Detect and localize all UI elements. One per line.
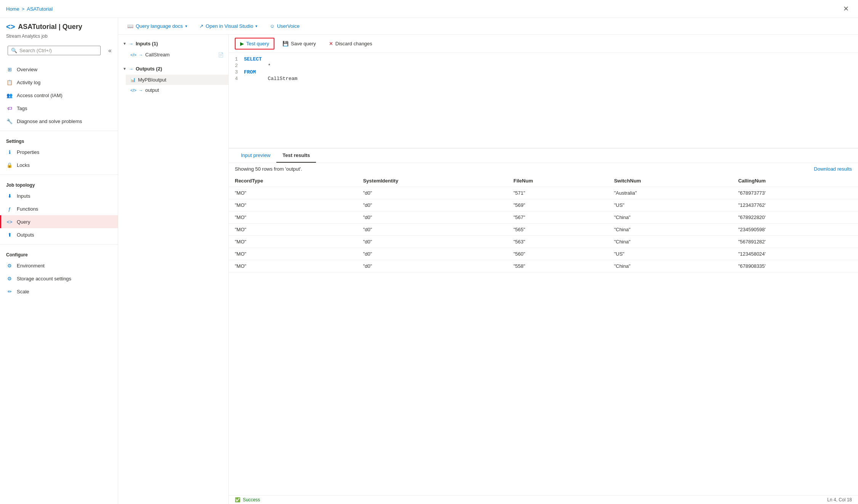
file-icon: 📄 <box>218 52 224 58</box>
discard-changes-button[interactable]: ✕ Discard changes <box>324 38 377 49</box>
tree-item-output[interactable]: </> → output <box>126 85 228 95</box>
col-record-type: RecordType <box>229 175 357 187</box>
results-table: RecordType SystemIdentity FileNum Switch… <box>229 175 858 272</box>
cursor-position: Ln 4, Col 18 <box>827 497 852 502</box>
sidebar-item-properties[interactable]: ℹ Properties <box>0 146 118 158</box>
sidebar-item-locks[interactable]: 🔒 Locks <box>0 158 118 171</box>
tab-input-preview[interactable]: Input preview <box>235 149 276 163</box>
sidebar-item-tags[interactable]: 🏷 Tags <box>0 102 118 115</box>
code-line-1: 1 SELECT <box>229 56 858 62</box>
success-icon: ✅ <box>235 497 241 502</box>
inputs-tree-section[interactable]: ▼ → Inputs (1) <box>118 38 228 50</box>
table-row: "MO""d0""565""China""234590598' <box>229 224 858 236</box>
tree-item-mypbloutput[interactable]: 📊 MyPBIoutput <box>126 75 228 85</box>
chevron-down-icon: ▾ <box>185 24 187 28</box>
input-source-icon: → <box>139 53 143 57</box>
smile-icon: ☺ <box>269 23 274 29</box>
sidebar-item-overview[interactable]: ⊞ Overview <box>0 63 118 76</box>
table-row: "MO""d0""569""US""123437762' <box>229 199 858 211</box>
search-input[interactable] <box>19 48 97 53</box>
expand-outputs-icon: ▼ <box>123 67 127 71</box>
output-source-icon: → <box>139 88 143 93</box>
play-icon: ▶ <box>240 41 244 46</box>
output-icon: ⬆ <box>6 231 13 238</box>
test-query-button[interactable]: ▶ Test query <box>235 38 274 50</box>
env-icon: ⚙ <box>6 262 13 269</box>
sidebar-item-storage-account-settings[interactable]: ⚙ Storage account settings <box>0 272 118 285</box>
chart-icon: 📊 <box>130 77 136 82</box>
input-tree-icon: → <box>129 41 133 46</box>
wrench-icon: 🔧 <box>6 118 13 125</box>
breadcrumb-home[interactable]: Home <box>6 6 19 12</box>
sidebar-item-outputs[interactable]: ⬆ Outputs <box>0 228 118 241</box>
save-query-button[interactable]: 💾 Save query <box>277 38 321 49</box>
outputs-tree-section[interactable]: ▼ → Outputs (2) <box>118 63 228 75</box>
code-editor[interactable]: 1 SELECT 2 * 3 FROM 4 <box>229 53 858 148</box>
code-line-3: 3 FROM <box>229 69 858 75</box>
chevron-down-icon2: ▾ <box>255 24 257 28</box>
tag-icon: 🏷 <box>6 105 13 112</box>
book-icon: 📖 <box>127 23 133 29</box>
query-language-docs-button[interactable]: 📖 Query language docs ▾ <box>124 22 190 30</box>
query-icon: <> <box>6 218 13 225</box>
product-icon: <> <box>6 22 15 31</box>
collapse-sidebar-button[interactable]: « <box>105 46 115 56</box>
configure-section-label: Configure <box>0 248 118 259</box>
search-icon: 🔍 <box>11 48 17 53</box>
code-line-2: 2 * <box>229 62 858 69</box>
code-icon2: </> <box>130 88 136 93</box>
tree-item-callstream[interactable]: </> → CallStream 📄 <box>126 50 228 60</box>
sidebar-item-inputs[interactable]: ⬇ Inputs <box>0 189 118 202</box>
open-visual-studio-button[interactable]: ↗ Open in Visual Studio ▾ <box>196 22 261 30</box>
storage-icon: ⚙ <box>6 275 13 282</box>
sidebar-item-diagnose[interactable]: 🔧 Diagnose and solve problems <box>0 115 118 128</box>
table-row: "MO""d0""560""US""123458024' <box>229 248 858 260</box>
sidebar-item-environment[interactable]: ⚙ Environment <box>0 259 118 272</box>
results-table-container[interactable]: RecordType SystemIdentity FileNum Switch… <box>229 175 858 495</box>
page-subtitle: Stream Analytics job <box>0 34 118 43</box>
results-info-text: Showing 50 rows from 'output'. <box>235 166 302 172</box>
col-system-identity: SystemIdentity <box>357 175 507 187</box>
sidebar-item-query[interactable]: <> Query <box>0 215 118 228</box>
output-tree-icon: → <box>129 66 133 72</box>
save-icon: 💾 <box>282 41 289 46</box>
success-status: ✅ Success <box>235 497 260 502</box>
expand-inputs-icon: ▼ <box>123 42 127 46</box>
input-icon: ⬇ <box>6 192 13 199</box>
sidebar-item-activity-log[interactable]: 📋 Activity log <box>0 76 118 89</box>
sidebar-item-functions[interactable]: ƒ Functions <box>0 202 118 215</box>
functions-icon: ƒ <box>6 205 13 212</box>
table-row: "MO""d0""567""China""678922820' <box>229 211 858 224</box>
uservoice-button[interactable]: ☺ UserVoice <box>266 22 303 30</box>
table-row: "MO""d0""558""China""678908335' <box>229 260 858 272</box>
tab-test-results[interactable]: Test results <box>276 149 316 163</box>
col-calling-num: CallingNum <box>732 175 858 187</box>
x-icon: ✕ <box>329 41 333 46</box>
code-icon: </> <box>130 53 136 57</box>
list-icon: 📋 <box>6 79 13 86</box>
table-row: "MO""d0""563""China""567891282' <box>229 236 858 248</box>
info-icon: ℹ <box>6 149 13 155</box>
sidebar-item-access-control[interactable]: 👥 Access control (IAM) <box>0 89 118 102</box>
people-icon: 👥 <box>6 92 13 99</box>
col-file-num: FileNum <box>507 175 608 187</box>
page-title: ASATutorial | Query <box>18 23 82 31</box>
scale-icon: ✏ <box>6 288 13 295</box>
sidebar-item-scale[interactable]: ✏ Scale <box>0 285 118 298</box>
close-icon[interactable]: ✕ <box>840 3 852 14</box>
external-link-icon: ↗ <box>199 23 204 29</box>
grid-icon: ⊞ <box>6 66 13 73</box>
col-switch-num: SwitchNum <box>608 175 732 187</box>
lock-icon: 🔒 <box>6 162 13 168</box>
code-line-4: 4 CallStream <box>229 75 858 82</box>
table-row: "MO""d0""571""Australia""678973773' <box>229 187 858 199</box>
job-topology-section-label: Job topology <box>0 178 118 189</box>
settings-section-label: Settings <box>0 134 118 146</box>
breadcrumb-current[interactable]: ASATutorial <box>27 6 53 12</box>
download-results-link[interactable]: Download results <box>814 166 852 172</box>
breadcrumb-separator: > <box>22 6 25 12</box>
